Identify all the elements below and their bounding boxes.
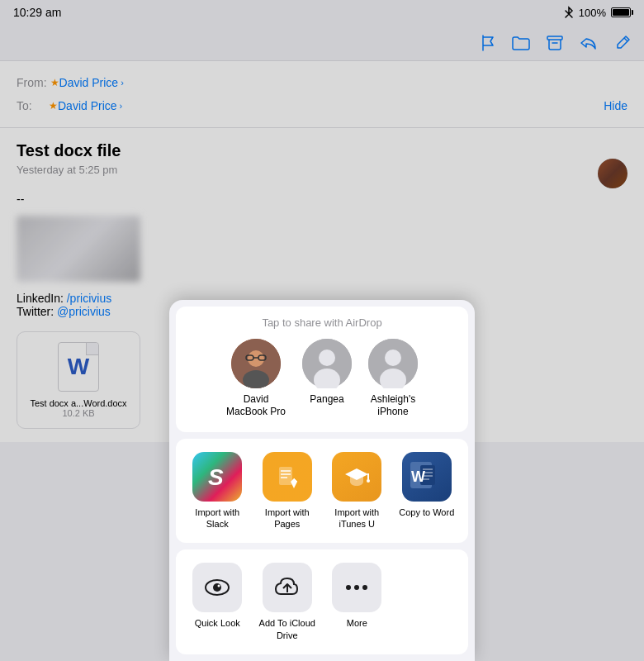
- more-svg: [342, 573, 372, 602]
- icloud-icon: [263, 563, 312, 612]
- svg-point-35: [362, 585, 367, 590]
- airdrop-section: Tap to share with AirDrop: [176, 307, 468, 432]
- apps-section: S Import withSlack: [176, 439, 468, 544]
- slack-icon: S: [192, 452, 242, 502]
- itunes-u-icon: [332, 452, 381, 502]
- contact-name-ashleigh: Ashleigh'siPhone: [371, 393, 415, 419]
- copy-to-word-icon: W: [402, 452, 452, 502]
- airdrop-title: Tap to share with AirDrop: [189, 316, 455, 329]
- pages-icon: [263, 452, 312, 502]
- actions-row: Quick Look Add To iCloudDrive: [182, 559, 462, 644]
- svg-point-34: [354, 585, 359, 590]
- apps-row: S Import withSlack: [182, 449, 462, 534]
- airdrop-contact-pangea[interactable]: Pangea: [302, 339, 352, 419]
- svg-point-11: [385, 350, 401, 366]
- svg-point-2: [248, 350, 264, 367]
- svg-point-8: [319, 350, 335, 366]
- more-icon: [332, 563, 381, 612]
- svg-point-31: [218, 585, 220, 587]
- pangea-avatar: [302, 339, 352, 388]
- app-slack[interactable]: S Import withSlack: [184, 452, 250, 530]
- david-photo: [231, 339, 281, 388]
- airdrop-contact-ashleigh[interactable]: Ashleigh'siPhone: [368, 339, 418, 419]
- app-slack-label: Import withSlack: [195, 506, 239, 530]
- contact-avatar-pangea: [302, 339, 352, 388]
- quick-actions-section: Quick Look Add To iCloudDrive: [176, 549, 468, 654]
- quicklook-icon: [192, 563, 242, 612]
- contact-avatar-david: [231, 339, 281, 388]
- pages-svg: [272, 462, 302, 492]
- svg-rect-19: [367, 473, 369, 480]
- share-sheet: Tap to share with AirDrop: [169, 300, 475, 661]
- airdrop-contact-david[interactable]: DavidMacBook Pro: [226, 339, 286, 419]
- word-svg: W: [409, 459, 445, 495]
- icloud-svg: [272, 573, 302, 602]
- contact-avatar-ashleigh: [368, 339, 418, 388]
- share-sheet-overlay: Tap to share with AirDrop: [0, 0, 644, 661]
- action-more[interactable]: More: [324, 563, 390, 629]
- svg-rect-14: [279, 467, 292, 485]
- itunes-svg: [342, 462, 372, 492]
- svg-text:W: W: [411, 468, 425, 485]
- contact-name-pangea: Pangea: [310, 393, 343, 407]
- action-quicklook[interactable]: Quick Look: [184, 563, 250, 629]
- app-pages[interactable]: Import withPages: [254, 452, 320, 530]
- slack-svg: S: [202, 462, 232, 492]
- eye-svg: [202, 573, 232, 602]
- app-word-label: Copy to Word: [399, 506, 454, 518]
- app-itunes[interactable]: Import withiTunes U: [324, 452, 390, 530]
- svg-text:S: S: [208, 464, 224, 490]
- svg-point-33: [346, 585, 351, 590]
- action-icloud[interactable]: Add To iCloudDrive: [254, 563, 320, 641]
- app-word[interactable]: W Copy to Word: [394, 452, 460, 518]
- ashleigh-avatar: [368, 339, 418, 388]
- app-pages-label: Import withPages: [265, 506, 310, 530]
- svg-point-30: [213, 583, 221, 592]
- svg-point-20: [367, 479, 370, 483]
- action-more-label: More: [347, 617, 367, 629]
- contact-name-david: DavidMacBook Pro: [226, 393, 286, 419]
- airdrop-contacts: DavidMacBook Pro Pangea: [189, 339, 455, 419]
- action-icloud-label: Add To iCloudDrive: [259, 617, 315, 641]
- app-itunes-label: Import withiTunes U: [334, 506, 379, 530]
- action-quicklook-label: Quick Look: [195, 617, 240, 629]
